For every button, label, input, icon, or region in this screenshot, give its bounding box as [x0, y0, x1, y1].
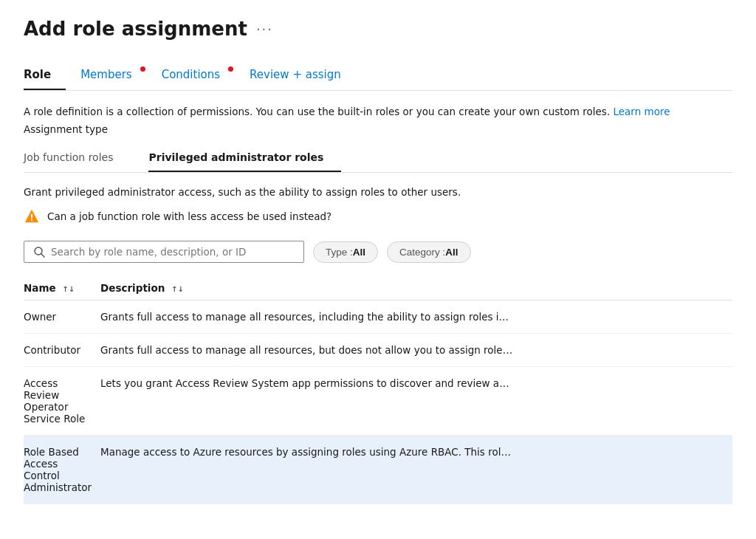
- category-filter-value: All: [445, 247, 458, 258]
- roles-table: Name ↑↓ Description ↑↓ Owner Grants full…: [24, 276, 732, 504]
- search-filter-row: Type : All Category : All: [24, 241, 732, 263]
- role-name-cell: Contributor: [24, 334, 100, 367]
- tab-bar: Role Members Conditions Review + assign: [24, 61, 732, 91]
- assignment-type-label: Assignment type: [24, 123, 732, 135]
- tab-conditions[interactable]: Conditions: [162, 61, 235, 90]
- role-type-tab-bar: Job function roles Privileged administra…: [24, 145, 732, 173]
- role-name-cell: Owner: [24, 301, 100, 334]
- col-header-name[interactable]: Name ↑↓: [24, 276, 100, 301]
- grant-description: Grant privileged administrator access, s…: [24, 186, 732, 198]
- svg-text:!: !: [30, 213, 33, 223]
- tab-members[interactable]: Members: [80, 61, 147, 90]
- type-filter-button[interactable]: Type : All: [313, 241, 378, 263]
- page-header: Add role assignment ···: [24, 18, 732, 40]
- more-options-button[interactable]: ···: [256, 21, 273, 37]
- page-title: Add role assignment: [24, 18, 247, 40]
- learn-more-link[interactable]: Learn more: [613, 106, 670, 117]
- conditions-dot: [228, 66, 233, 72]
- name-sort-arrows: ↑↓: [62, 285, 75, 293]
- tab-role[interactable]: Role: [24, 61, 66, 90]
- role-desc-cell: Grants full access to manage all resourc…: [100, 334, 732, 367]
- members-dot: [140, 66, 145, 72]
- role-type-tab-job-function[interactable]: Job function roles: [24, 145, 131, 172]
- type-filter-value: All: [353, 247, 365, 258]
- search-icon: [33, 246, 45, 258]
- tab-review-assign[interactable]: Review + assign: [250, 61, 356, 90]
- col-header-description[interactable]: Description ↑↓: [100, 276, 732, 301]
- type-filter-label: Type :: [326, 247, 353, 258]
- desc-sort-arrows: ↑↓: [171, 285, 184, 293]
- search-box[interactable]: [24, 241, 304, 263]
- role-desc-cell: Manage access to Azure resources by assi…: [100, 436, 732, 504]
- table-row[interactable]: Role Based Access Control Administrator …: [24, 436, 732, 504]
- category-filter-button[interactable]: Category : All: [387, 241, 471, 263]
- role-desc-cell: Lets you grant Access Review System app …: [100, 367, 732, 436]
- category-filter-label: Category :: [399, 247, 445, 258]
- warning-text: Can a job function role with less access…: [47, 210, 331, 222]
- search-input[interactable]: [51, 246, 295, 258]
- role-desc-cell: Grants full access to manage all resourc…: [100, 301, 732, 334]
- role-description: A role definition is a collection of per…: [24, 104, 732, 119]
- table-row[interactable]: Owner Grants full access to manage all r…: [24, 301, 732, 334]
- table-row[interactable]: Access Review Operator Service Role Lets…: [24, 367, 732, 436]
- warning-box: ! Can a job function role with less acce…: [24, 208, 732, 224]
- role-name-cell: Access Review Operator Service Role: [24, 367, 100, 436]
- role-name-cell: Role Based Access Control Administrator: [24, 436, 100, 504]
- svg-line-3: [41, 254, 44, 257]
- warning-icon: !: [24, 208, 40, 224]
- table-row[interactable]: Contributor Grants full access to manage…: [24, 334, 732, 367]
- role-type-tab-privileged-admin[interactable]: Privileged administrator roles: [148, 145, 341, 172]
